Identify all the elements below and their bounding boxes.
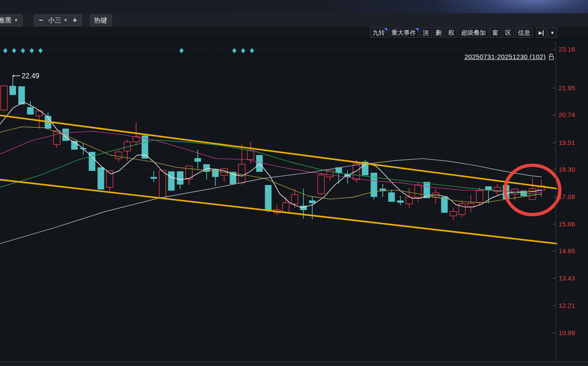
candle xyxy=(265,185,272,212)
candle xyxy=(107,171,113,193)
candle-body xyxy=(27,107,34,115)
toolbar-button-6[interactable]: 窗 xyxy=(490,28,501,38)
trend-channel-layer xyxy=(0,115,557,244)
indicator-toolbar: 九转重大事件演删权超级叠加窗区信息 ▶ ▼ xyxy=(0,27,588,39)
font-size-select[interactable]: 小三 ▼ xyxy=(48,15,67,25)
price-axis-label: 10.99 xyxy=(558,329,575,336)
candle xyxy=(433,189,439,204)
candle xyxy=(256,155,263,172)
candle-body xyxy=(380,189,386,191)
candle xyxy=(529,177,536,200)
chevron-down-icon: ▼ xyxy=(14,15,18,25)
candle xyxy=(159,170,166,198)
diamond-marker xyxy=(250,48,254,53)
candle-body xyxy=(388,192,395,202)
decrease-font-button[interactable]: − xyxy=(39,15,43,25)
diamond-marker xyxy=(232,48,237,53)
candle-body xyxy=(10,86,16,95)
price-axis-label: 23.16 xyxy=(558,45,575,53)
candle xyxy=(362,160,369,175)
candle xyxy=(274,205,281,215)
menu-bar: 雅黑 ▼ − 小三 ▼ + 热键 xyxy=(0,13,588,28)
candle xyxy=(397,196,404,206)
price-axis-label: 20.74 xyxy=(558,111,575,118)
candle-body xyxy=(18,86,25,104)
collapse-toolbar-button[interactable]: ▶ xyxy=(536,28,546,38)
candle-body xyxy=(283,203,289,212)
candle xyxy=(512,189,518,200)
candle xyxy=(459,200,466,217)
candle-body xyxy=(256,155,263,172)
annotation-dot xyxy=(13,75,15,77)
price-axis-label: 21.95 xyxy=(558,84,575,92)
candle-body xyxy=(450,211,457,216)
candle-body xyxy=(195,158,201,162)
toolbar-button-4[interactable]: 权 xyxy=(446,28,457,38)
arrow-bar-icon xyxy=(543,30,544,36)
diamond-marker xyxy=(3,48,7,53)
signal-markers-layer xyxy=(3,48,254,53)
toolbar-dropdown-button[interactable]: ▼ xyxy=(547,28,557,38)
candle-body xyxy=(212,170,219,177)
candle xyxy=(98,167,104,189)
candle-body xyxy=(397,200,404,203)
candle xyxy=(371,173,377,200)
unlock-icon[interactable] xyxy=(548,53,555,60)
font-size-label: 小三 xyxy=(48,15,61,25)
candle xyxy=(177,171,184,189)
toolbar-button-8[interactable]: 信息 xyxy=(515,28,533,38)
candle-body xyxy=(468,203,474,207)
toolbar-button-1[interactable]: 重大事件 xyxy=(389,28,419,38)
chevron-down-icon: ▼ xyxy=(550,29,555,37)
candle-body xyxy=(168,171,175,191)
price-axis-label: 17.08 xyxy=(558,193,575,200)
price-axis-label: 15.86 xyxy=(558,220,575,228)
font-family-label: 雅黑 xyxy=(0,15,11,25)
price-axis-label: 12.21 xyxy=(558,302,575,309)
candle-body xyxy=(151,177,157,179)
candle xyxy=(10,76,16,95)
toolbar-button-7[interactable]: 区 xyxy=(503,28,514,38)
ma-mid-magenta-line xyxy=(0,131,542,192)
toolbar-button-3[interactable]: 删 xyxy=(433,28,444,38)
hotkey-button[interactable]: 热键 xyxy=(90,15,112,26)
candle-body xyxy=(292,195,298,204)
toolbar-button-5[interactable]: 超级叠加 xyxy=(459,28,488,38)
candle-body xyxy=(115,152,122,159)
candle-body xyxy=(177,171,184,185)
candle-body xyxy=(265,185,272,210)
diamond-marker xyxy=(179,48,184,53)
candlestick-chart[interactable]: 22.4923.1621.9520.7419.5118.3017.0815.86… xyxy=(0,39,588,362)
candle xyxy=(168,171,175,191)
peak-annotation: 22.49 xyxy=(13,72,39,80)
candle-body xyxy=(371,173,377,197)
date-range-button[interactable]: 20250731-20251230 (102) xyxy=(464,53,546,60)
channel-line-lower xyxy=(0,180,557,244)
candle-body xyxy=(36,111,43,116)
candle xyxy=(151,171,157,182)
arrow-right-icon: ▶ xyxy=(539,29,542,37)
candle xyxy=(468,195,474,212)
diamond-marker xyxy=(241,48,245,53)
candle-body xyxy=(477,191,483,203)
annotation-text: 22.49 xyxy=(22,72,39,80)
candle-body xyxy=(512,189,518,194)
candle-body xyxy=(318,175,325,194)
candle xyxy=(212,170,219,186)
candle-body xyxy=(1,86,7,110)
toolbar-button-0[interactable]: 九转 xyxy=(370,28,388,38)
toolbar-button-group: 九转重大事件演删权超级叠加窗区信息 xyxy=(370,28,533,38)
candle xyxy=(239,144,245,185)
increase-font-button[interactable]: + xyxy=(73,15,77,25)
candle-body xyxy=(98,167,104,189)
price-axis-label: 14.65 xyxy=(558,247,575,255)
moving-averages-layer xyxy=(0,102,542,244)
top-title-bar xyxy=(0,0,588,14)
candle xyxy=(380,184,386,197)
toolbar-button-2[interactable]: 演 xyxy=(420,28,432,38)
diamond-marker xyxy=(12,48,16,53)
font-family-select[interactable]: 雅黑 ▼ xyxy=(0,15,22,26)
candle xyxy=(27,101,34,115)
price-axis-label: 13.43 xyxy=(558,274,575,282)
candle-body xyxy=(239,164,245,183)
